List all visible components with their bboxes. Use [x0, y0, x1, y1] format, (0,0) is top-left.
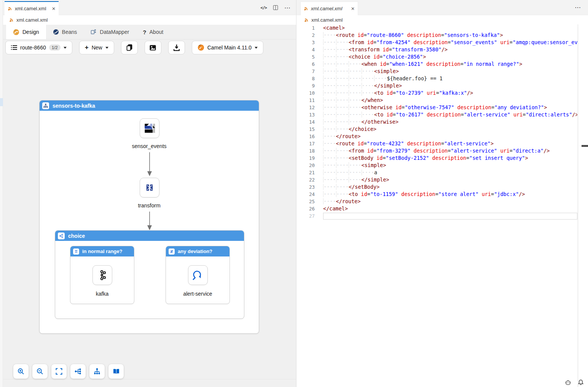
left-editor-tab[interactable]: xml.camel.xml ✕ — [5, 1, 59, 15]
catalog-button[interactable] — [108, 364, 124, 379]
choice-group-header[interactable]: choice — [55, 231, 244, 241]
close-icon[interactable]: ✕ — [52, 6, 56, 11]
chevron-down-icon — [105, 47, 108, 49]
camel-logo-icon — [198, 44, 204, 51]
otherwise-branch[interactable]: ≠ any deviation? alert-service — [166, 246, 230, 304]
code-line[interactable]: 11············</when> — [296, 97, 588, 104]
image-export-button[interactable] — [145, 41, 161, 54]
route-group[interactable]: sensors-to-kafka sensor_events — [39, 100, 259, 334]
line-number: 14 — [296, 118, 315, 126]
code-line[interactable]: 13················<to id="to-2617" descr… — [296, 111, 588, 118]
choice-group[interactable]: choice = in normal range? k — [55, 230, 244, 319]
new-button[interactable]: + New — [79, 41, 114, 54]
zoom-in-button[interactable] — [13, 364, 29, 379]
line-number: 16 — [296, 133, 315, 140]
code-line[interactable]: 12············<otherwise id="otherwise-7… — [296, 104, 588, 111]
code-line[interactable]: 2····<route id="route-8660" description=… — [296, 32, 588, 39]
code-line[interactable]: 14············</otherwise> — [296, 118, 588, 126]
node-transform[interactable] — [140, 178, 159, 197]
route-selector-button[interactable]: route-8660 1/2 — [5, 41, 72, 54]
code-line[interactable]: 8····················${header.foo} == 1 — [296, 75, 588, 82]
kaoto-canvas[interactable]: sensors-to-kafka sensor_events — [3, 56, 296, 387]
notifications-bell-icon[interactable] — [578, 379, 583, 385]
code-line[interactable]: 3········<from id="from-4254" descriptio… — [296, 39, 588, 46]
tab-beans[interactable]: Beans — [46, 25, 84, 39]
node-label: alert-service — [166, 291, 229, 297]
line-number: 6 — [296, 61, 315, 68]
xml-file-icon — [304, 18, 309, 22]
tab-design[interactable]: Design — [6, 25, 46, 39]
tab-datamapper[interactable]: DataMapper — [84, 25, 136, 39]
when-branch[interactable]: = in normal range? kafka — [70, 246, 134, 304]
edge-arrow — [147, 212, 153, 231]
line-number: 18 — [296, 147, 315, 154]
line-number: 4 — [296, 46, 315, 53]
node-alert-service[interactable] — [188, 265, 208, 285]
split-editor-icon[interactable] — [273, 5, 278, 10]
node-kafka[interactable] — [92, 265, 112, 285]
code-line[interactable]: 21················a — [296, 169, 588, 176]
code-line[interactable]: 23········</setBody> — [296, 183, 588, 191]
close-icon[interactable]: ✕ — [351, 6, 355, 11]
not-equals-icon: ≠ — [169, 248, 175, 255]
runtime-selector-button[interactable]: Camel Main 4.11.0 — [192, 41, 263, 54]
breadcrumb[interactable]: xml.camel.xml — [3, 15, 296, 25]
feedback-robot-icon[interactable] — [565, 380, 571, 385]
otherwise-branch-title: any deviation? — [178, 248, 212, 254]
code-line[interactable]: 26</camel> — [296, 205, 588, 212]
breadcrumb[interactable]: xml.camel.xml — [296, 15, 588, 24]
node-sensor-events[interactable] — [140, 118, 159, 138]
open-changes-icon[interactable]: </> — [260, 5, 267, 10]
zoom-out-button[interactable] — [32, 364, 48, 379]
route-icon — [42, 102, 49, 109]
xml-file-icon — [9, 18, 14, 22]
kaoto-tabbar: Design Beans DataMapper ? About — [3, 25, 296, 40]
copy-icon — [126, 44, 132, 51]
breadcrumb-item: xml.camel.xml — [16, 17, 48, 23]
code-line[interactable]: 25····</route> — [296, 198, 588, 205]
copy-button[interactable] — [121, 41, 138, 54]
code-line[interactable]: 16····</route> — [296, 133, 588, 140]
chevron-down-icon — [255, 47, 258, 49]
code-line[interactable]: 17····<route id="route-4232" description… — [296, 140, 588, 147]
route-group-header[interactable]: sensors-to-kafka — [40, 100, 259, 111]
code-line[interactable]: 9················</simple> — [296, 82, 588, 89]
text-editor-panel: xml.camel.xml ✕ ⋯ xml.camel.xml 1<camel>… — [296, 0, 588, 387]
code-editor[interactable]: 1<camel>2····<route id="route-8660" desc… — [296, 24, 588, 387]
more-actions-icon[interactable]: ⋯ — [575, 4, 581, 11]
line-number: 22 — [296, 176, 315, 183]
code-line[interactable]: 15········</choice> — [296, 126, 588, 133]
download-button[interactable] — [168, 41, 185, 54]
line-number: 12 — [296, 104, 315, 111]
choice-group-title: choice — [68, 233, 85, 239]
code-line[interactable]: 10················<to id="to-2739" uri="… — [296, 89, 588, 97]
code-line[interactable]: 1<camel> — [296, 24, 588, 32]
tab-about[interactable]: ? About — [136, 25, 170, 39]
horizontal-layout-button[interactable] — [70, 364, 86, 379]
left-panel-strip[interactable] — [0, 0, 3, 387]
fit-to-screen-button[interactable] — [51, 364, 67, 379]
code-line[interactable]: 6············<when id="when-1621" descri… — [296, 61, 588, 68]
otherwise-branch-header[interactable]: ≠ any deviation? — [166, 246, 229, 256]
vertical-layout-button[interactable] — [89, 364, 105, 379]
code-line[interactable]: 18········<from id="from-3279" descripti… — [296, 147, 588, 154]
code-line[interactable]: 4········<transform id="transform-3580"/… — [296, 46, 588, 53]
overview-ruler[interactable] — [578, 24, 578, 387]
image-icon — [150, 45, 156, 51]
code-line[interactable]: 24········<to id="to-1159" description="… — [296, 191, 588, 198]
code-line[interactable]: 5········<choice id="choice-2856"> — [296, 53, 588, 61]
right-editor-tab[interactable]: xml.camel.xml ✕ — [300, 2, 358, 15]
when-branch-header[interactable]: = in normal range? — [70, 246, 134, 256]
node-label: sensor_events — [40, 143, 259, 149]
code-line[interactable]: 22············</simple> — [296, 176, 588, 183]
kaoto-toolbar: route-8660 1/2 + New — [3, 40, 296, 56]
code-line[interactable]: 20············<simple> — [296, 162, 588, 169]
line-number: 17 — [296, 140, 315, 147]
divider — [3, 379, 296, 379]
code-line[interactable]: 27 — [296, 212, 588, 220]
code-line[interactable]: 7················<simple> — [296, 68, 588, 75]
question-icon: ? — [143, 29, 146, 35]
node-label: kafka — [70, 291, 134, 297]
code-line[interactable]: 19········<setBody id="setBody-2152" des… — [296, 154, 588, 162]
more-actions-icon[interactable]: ⋯ — [284, 4, 291, 11]
